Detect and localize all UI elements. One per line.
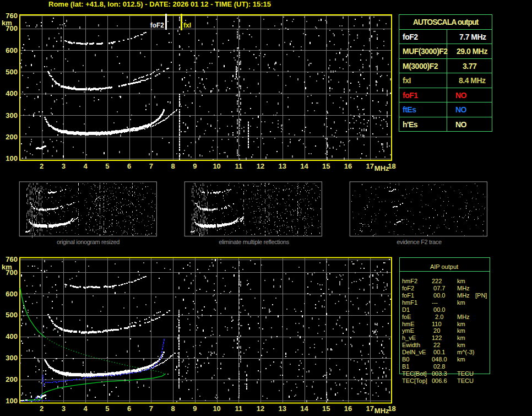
svg-text:km: km xyxy=(2,263,12,271)
svg-text:10: 10 xyxy=(213,404,220,413)
svg-text:16: 16 xyxy=(344,404,352,413)
svg-text:fxI: fxI xyxy=(183,21,191,29)
svg-text:4: 4 xyxy=(84,404,88,413)
svg-text:13: 13 xyxy=(279,404,286,413)
svg-text:16: 16 xyxy=(344,162,352,170)
svg-text:400: 400 xyxy=(6,89,18,98)
svg-text:11: 11 xyxy=(235,404,242,413)
svg-text:8: 8 xyxy=(171,162,175,170)
svg-text:14: 14 xyxy=(300,404,308,413)
svg-text:9: 9 xyxy=(193,162,197,170)
svg-text:km: km xyxy=(2,19,12,27)
svg-text:17: 17 xyxy=(366,404,374,413)
svg-text:6: 6 xyxy=(127,404,131,413)
svg-text:8: 8 xyxy=(171,404,175,413)
svg-text:500: 500 xyxy=(6,68,18,76)
svg-text:400: 400 xyxy=(6,332,18,341)
svg-text:200: 200 xyxy=(6,375,18,383)
svg-text:12: 12 xyxy=(257,404,264,413)
svg-text:100: 100 xyxy=(6,154,18,163)
svg-text:6: 6 xyxy=(127,162,131,170)
svg-text:2: 2 xyxy=(40,162,44,170)
svg-text:600: 600 xyxy=(6,290,18,298)
svg-text:15: 15 xyxy=(322,404,330,413)
svg-text:300: 300 xyxy=(6,354,18,362)
svg-text:MHz: MHz xyxy=(374,164,389,172)
svg-text:MHz: MHz xyxy=(374,407,389,415)
svg-text:600: 600 xyxy=(6,46,18,55)
svg-text:500: 500 xyxy=(6,311,18,319)
svg-text:2: 2 xyxy=(40,404,44,413)
svg-text:4: 4 xyxy=(84,162,88,170)
svg-text:10: 10 xyxy=(213,162,220,170)
svg-text:9: 9 xyxy=(193,404,197,413)
svg-text:17: 17 xyxy=(366,162,374,170)
svg-text:12: 12 xyxy=(257,162,264,170)
svg-text:3: 3 xyxy=(62,404,66,413)
svg-text:11: 11 xyxy=(235,162,242,170)
svg-text:300: 300 xyxy=(6,111,18,120)
svg-text:14: 14 xyxy=(300,162,308,170)
svg-text:13: 13 xyxy=(279,162,286,170)
svg-text:100: 100 xyxy=(6,397,18,405)
svg-text:3: 3 xyxy=(62,162,66,170)
svg-text:7: 7 xyxy=(149,162,153,170)
svg-text:5: 5 xyxy=(105,162,109,170)
svg-text:foF2: foF2 xyxy=(150,21,165,29)
svg-text:15: 15 xyxy=(322,162,330,170)
svg-text:7: 7 xyxy=(149,404,153,413)
svg-text:200: 200 xyxy=(6,133,18,141)
svg-text:5: 5 xyxy=(105,404,109,413)
